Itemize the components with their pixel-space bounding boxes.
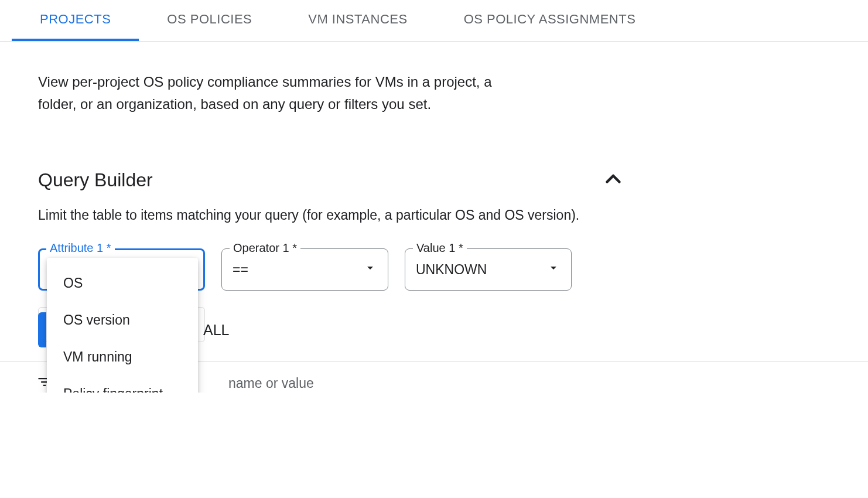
attribute-dropdown-menu: OS OS version VM running Policy fingerpr… [47,258,198,393]
query-builder-header: Query Builder [38,169,624,192]
main-content: View per-project OS policy compliance su… [0,42,868,347]
filter-placeholder[interactable]: name or value [228,376,314,391]
attribute-label: Attribute 1 * [46,241,115,255]
dropdown-arrow-icon [363,261,377,278]
operator-label: Operator 1 * [230,241,300,255]
query-builder-section: Query Builder Limit the table to items m… [38,169,833,348]
dropdown-option-os[interactable]: OS [47,265,198,302]
value-field-wrapper: Value 1 * UNKNOWN [405,248,572,291]
tab-vm-instances[interactable]: VM INSTANCES [280,0,435,41]
value-value: UNKNOWN [416,262,487,278]
dropdown-option-vm-running[interactable]: VM running [47,339,198,376]
query-builder-title: Query Builder [38,169,153,191]
operator-value: == [233,262,248,278]
chevron-up-icon[interactable] [603,169,624,192]
value-label: Value 1 * [413,241,467,255]
query-row: Attribute 1 * OS OS version VM running P… [38,248,833,291]
dropdown-arrow-icon [546,261,561,278]
toggle-all-text[interactable]: ALL [203,322,229,339]
tab-os-policy-assignments[interactable]: OS POLICY ASSIGNMENTS [436,0,664,41]
tabs-bar: PROJECTS OS POLICIES VM INSTANCES OS POL… [0,0,868,42]
dropdown-option-policy-fingerprint[interactable]: Policy fingerprint [47,376,198,393]
page-description: View per-project OS policy compliance su… [38,71,518,116]
tab-projects[interactable]: PROJECTS [12,0,139,41]
blue-bar [38,312,46,347]
query-builder-subtitle: Limit the table to items matching your q… [38,205,833,226]
tab-os-policies[interactable]: OS POLICIES [139,0,280,41]
operator-field-wrapper: Operator 1 * == [221,248,388,291]
attribute-field-wrapper: Attribute 1 * OS OS version VM running P… [38,248,205,291]
dropdown-option-os-version[interactable]: OS version [47,302,198,339]
